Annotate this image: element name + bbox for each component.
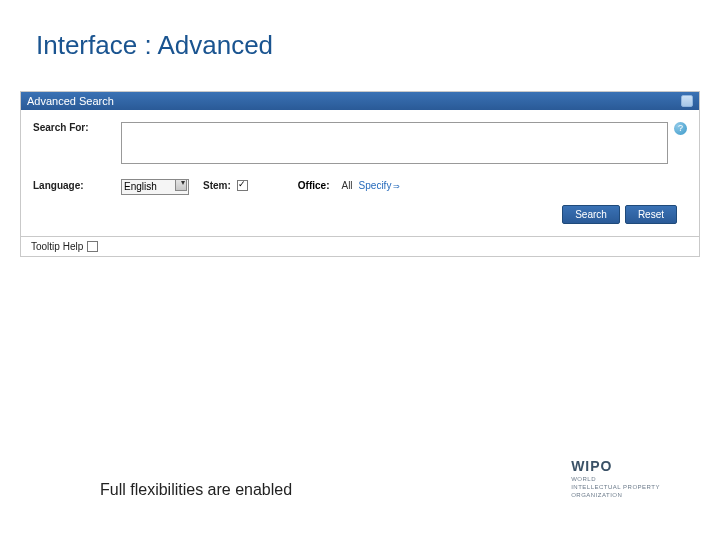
wipo-logo: WIPO WORLD INTELLECTUAL PROPERTY ORGANIZ… [571, 458, 660, 499]
specify-link-text: Specify [359, 180, 392, 191]
arrow-right-icon: ⇒ [393, 182, 400, 191]
specify-link[interactable]: Specify⇒ [359, 180, 401, 191]
search-for-row: Search For: ? [33, 122, 687, 164]
office-label: Office: [298, 180, 330, 191]
wipo-logo-sub: WORLD INTELLECTUAL PROPERTY ORGANIZATION [571, 476, 660, 499]
help-icon[interactable]: ? [674, 122, 687, 135]
wipo-line3: ORGANIZATION [571, 492, 660, 500]
stem-label: Stem: [203, 180, 231, 191]
tooltip-help-label: Tooltip Help [31, 241, 83, 252]
slide-title: Interface : Advanced [0, 0, 720, 61]
slide-caption: Full flexibilities are enabled [100, 481, 292, 499]
panel-header: Advanced Search [21, 92, 699, 110]
search-for-label: Search For: [33, 122, 121, 133]
language-select-wrap: English [121, 176, 189, 195]
advanced-search-panel: Advanced Search Search For: ? Language: … [20, 91, 700, 257]
language-label: Language: [33, 180, 121, 191]
panel-body: Search For: ? Language: English Stem: Of… [21, 110, 699, 236]
search-input[interactable] [121, 122, 668, 164]
wipo-line2: INTELLECTUAL PROPERTY [571, 484, 660, 492]
wipo-logo-name: WIPO [571, 458, 660, 474]
search-button[interactable]: Search [562, 205, 620, 224]
language-select[interactable]: English [121, 179, 189, 195]
panel-header-title: Advanced Search [27, 95, 114, 107]
button-row: Search Reset [33, 201, 687, 230]
office-all-text: All [341, 180, 352, 191]
reset-button[interactable]: Reset [625, 205, 677, 224]
tooltip-help-checkbox[interactable] [87, 241, 98, 252]
collapse-icon[interactable] [681, 95, 693, 107]
panel-footer: Tooltip Help [21, 236, 699, 256]
bottom-row: Full flexibilities are enabled WIPO WORL… [0, 458, 720, 499]
wipo-line1: WORLD [571, 476, 660, 484]
stem-checkbox[interactable] [237, 180, 248, 191]
options-row: Language: English Stem: Office: All Spec… [33, 176, 687, 195]
